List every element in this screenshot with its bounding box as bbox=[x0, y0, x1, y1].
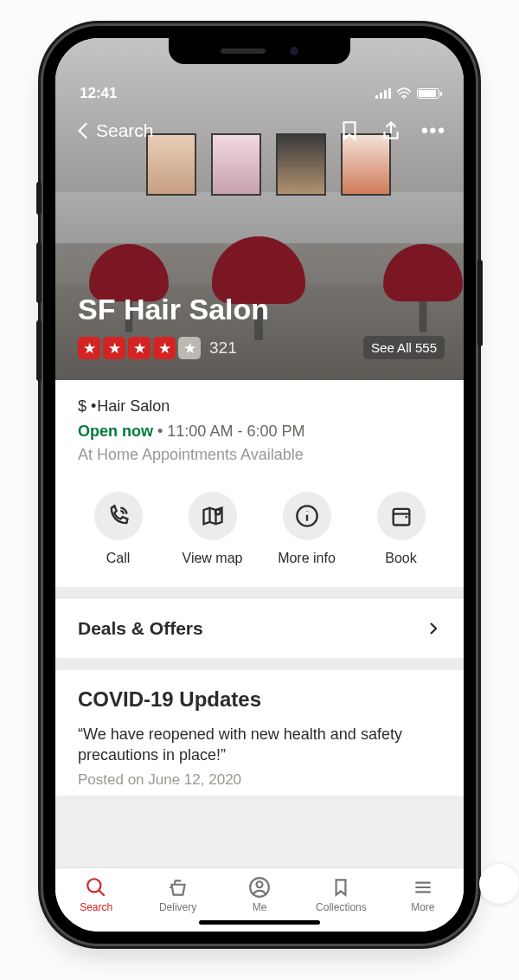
book-label: Book bbox=[385, 551, 416, 565]
map-button[interactable]: View map bbox=[165, 492, 260, 566]
tab-search-label: Search bbox=[80, 901, 112, 913]
review-count: 321 bbox=[209, 338, 237, 358]
category: Hair Salon bbox=[97, 397, 170, 415]
divider bbox=[55, 587, 464, 599]
tab-delivery-label: Delivery bbox=[159, 901, 196, 913]
deals-row[interactable]: Deals & Offers bbox=[55, 599, 464, 658]
tab-more[interactable]: More bbox=[382, 868, 464, 921]
status-bar: 12:41 bbox=[55, 85, 464, 102]
share-icon bbox=[380, 119, 402, 142]
more-button[interactable]: ••• bbox=[421, 119, 446, 142]
svg-point-1 bbox=[215, 509, 220, 514]
svg-point-4 bbox=[87, 879, 100, 892]
bookmark-icon bbox=[338, 119, 361, 142]
info-button[interactable]: More info bbox=[260, 492, 354, 566]
business-name: SF Hair Salon bbox=[78, 293, 269, 326]
bookmark-button[interactable] bbox=[338, 119, 361, 142]
battery-icon bbox=[417, 88, 439, 99]
deals-title: Deals & Offers bbox=[78, 618, 203, 639]
covid-title: COVID-19 Updates bbox=[78, 687, 441, 712]
tab-delivery[interactable]: Delivery bbox=[137, 868, 218, 921]
screen: 12:41 Search bbox=[55, 38, 464, 932]
power-button bbox=[477, 260, 483, 346]
volume-down bbox=[36, 320, 42, 381]
see-all-photos-button[interactable]: See All 555 bbox=[363, 336, 445, 359]
business-hours: 11:00 AM - 6:00 PM bbox=[167, 422, 304, 440]
tab-search[interactable]: Search bbox=[55, 868, 137, 921]
home-indicator[interactable] bbox=[199, 920, 320, 925]
price-category: $ • Hair Salon bbox=[78, 397, 441, 416]
content: $ • Hair Salon Open now • 11:00 AM - 6:0… bbox=[55, 380, 464, 796]
tab-collections-label: Collections bbox=[316, 901, 367, 913]
chevron-right-icon bbox=[426, 618, 441, 639]
open-status: Open now bbox=[78, 422, 153, 440]
chevron-left-icon bbox=[73, 119, 95, 142]
user-icon bbox=[248, 876, 271, 899]
covid-quote: “We have reopened with new health and sa… bbox=[78, 724, 441, 766]
svg-point-0 bbox=[403, 97, 405, 99]
hours-row: Open now • 11:00 AM - 6:00 PM bbox=[78, 422, 441, 441]
floating-action[interactable] bbox=[479, 864, 519, 904]
top-nav: Search ••• bbox=[55, 113, 464, 149]
svg-point-6 bbox=[257, 881, 263, 887]
tab-more-label: More bbox=[411, 901, 434, 913]
tab-me-label: Me bbox=[253, 901, 267, 913]
calendar-icon bbox=[389, 504, 413, 528]
volume-up bbox=[36, 242, 42, 303]
tab-me[interactable]: Me bbox=[219, 868, 300, 921]
business-meta: $ • Hair Salon Open now • 11:00 AM - 6:0… bbox=[55, 380, 464, 473]
tab-collections[interactable]: Collections bbox=[300, 868, 381, 921]
search-icon bbox=[85, 876, 107, 899]
cellular-icon bbox=[375, 88, 391, 99]
bookmark-icon bbox=[330, 876, 352, 899]
notch bbox=[169, 38, 350, 64]
book-button[interactable]: Book bbox=[354, 492, 448, 566]
wifi-icon bbox=[396, 87, 412, 100]
service-note: At Home Appointments Available bbox=[78, 446, 441, 464]
phone-icon bbox=[106, 504, 131, 528]
share-button[interactable] bbox=[380, 119, 402, 142]
star-rating: ★★★★★ bbox=[78, 337, 201, 359]
status-time: 12:41 bbox=[80, 85, 117, 102]
call-button[interactable]: Call bbox=[71, 492, 165, 566]
back-button[interactable]: Search bbox=[73, 119, 154, 142]
menu-icon bbox=[412, 876, 434, 899]
covid-posted: Posted on June 12, 2020 bbox=[78, 771, 441, 789]
mute-switch bbox=[36, 182, 42, 215]
info-label: More info bbox=[278, 551, 336, 565]
price-level: $ bbox=[78, 397, 86, 415]
call-label: Call bbox=[106, 551, 131, 565]
map-label: View map bbox=[183, 551, 243, 565]
info-icon bbox=[295, 504, 319, 528]
map-icon bbox=[201, 504, 225, 528]
action-row: Call View map More info Book bbox=[55, 473, 464, 587]
divider bbox=[55, 658, 464, 670]
phone-frame: 12:41 Search bbox=[43, 26, 476, 944]
rating-row[interactable]: ★★★★★ 321 bbox=[78, 337, 237, 359]
delivery-icon bbox=[167, 876, 189, 899]
back-label: Search bbox=[96, 120, 154, 141]
covid-section: COVID-19 Updates “We have reopened with … bbox=[55, 670, 464, 796]
